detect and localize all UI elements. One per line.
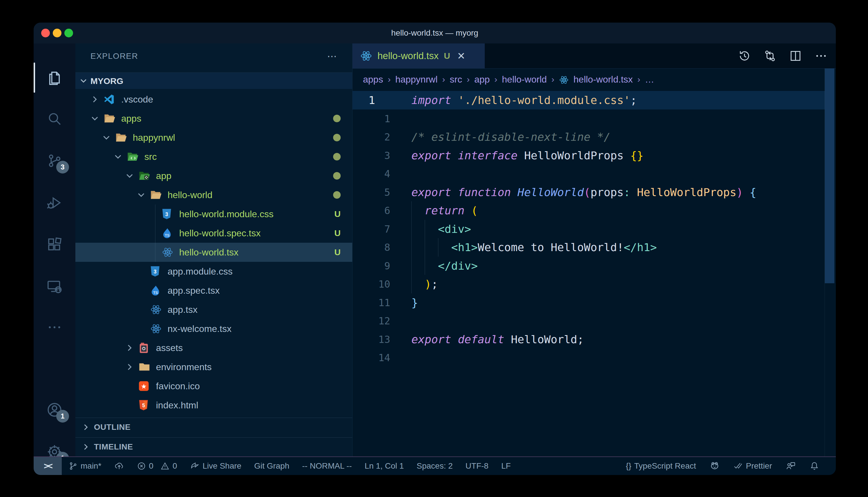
code-line[interactable]: import './hello-world.module.css';	[411, 91, 824, 110]
folder-open-icon	[115, 133, 127, 142]
live-share-status-item[interactable]: Live Share	[190, 461, 242, 471]
code-indent-guide	[425, 220, 425, 275]
line-number-relative: 12	[364, 312, 390, 330]
tree-item-favicon-ico[interactable]: ★favicon.ico	[75, 377, 352, 396]
remote-indicator[interactable]: ><	[33, 457, 62, 475]
tree-item-app-spec-tsx[interactable]: TSapp.spec.tsx	[75, 281, 352, 300]
problems-status-item[interactable]: 0 0	[137, 462, 177, 471]
tab-hello-world-tsx[interactable]: hello-world.tsx U ✕	[353, 43, 485, 68]
breadcrumb-item-apps[interactable]: apps	[363, 74, 383, 85]
timeline-history-icon[interactable]	[738, 49, 751, 62]
code-line[interactable]: export interface HelloWorldProps {}	[411, 146, 824, 165]
tree-item-environments[interactable]: environments	[75, 357, 352, 377]
sync-status-item[interactable]	[114, 461, 124, 471]
feedback-smiley-status-item[interactable]	[709, 461, 720, 471]
code-line[interactable]: export default HelloWorld;	[411, 330, 824, 349]
code-line[interactable]	[411, 349, 824, 367]
tree-chevron	[125, 166, 134, 185]
split-editor-icon[interactable]	[789, 49, 802, 62]
tree-item-app-tsx[interactable]: app.tsx	[75, 300, 352, 319]
chevron-down-icon	[80, 77, 87, 85]
remote-explorer-activity-button[interactable]	[33, 269, 75, 304]
git-graph-status-item[interactable]: Git Graph	[254, 462, 289, 471]
prettier-status-item[interactable]: Prettier	[733, 461, 772, 471]
code-line[interactable]: export function HelloWorld(props: HelloW…	[411, 183, 824, 202]
favicon-icon: ★	[139, 381, 149, 391]
open-changes-icon[interactable]	[763, 49, 777, 62]
workspace-section-header[interactable]: MYORG	[75, 72, 352, 89]
tree-item-hello-world-module-css[interactable]: 3hello-world.module.cssU	[75, 204, 352, 224]
tree-item-happynrwl[interactable]: happynrwl	[75, 128, 352, 147]
line-number-relative: 8	[364, 238, 390, 257]
more-views-button[interactable]	[33, 310, 75, 345]
tree-item-label: favicon.ico	[156, 377, 200, 396]
language-mode-status-item[interactable]: {} TypeScript React	[626, 462, 696, 471]
code-line[interactable]: /* eslint-disable-next-line */	[411, 128, 824, 146]
code-line[interactable]: return (	[411, 201, 824, 220]
tree-item-app-module-css[interactable]: 3app.module.css	[75, 262, 352, 281]
notifications-status-item[interactable]	[809, 461, 819, 471]
chevron-down-icon	[102, 133, 111, 142]
tree-item-hello-world[interactable]: hello-world	[75, 185, 352, 204]
search-icon	[46, 111, 63, 127]
tree-item--vscode[interactable]: .vscode	[75, 90, 352, 109]
explorer-activity-button[interactable]	[33, 60, 75, 95]
code-line[interactable]: }	[411, 294, 824, 312]
react-icon	[559, 75, 569, 85]
tree-item-src[interactable]: src	[75, 147, 352, 166]
vim-mode-status-item[interactable]: -- NORMAL --	[302, 462, 352, 471]
tree-item-assets[interactable]: assets	[75, 338, 352, 357]
assets-folder-icon	[139, 342, 149, 353]
tree-item-nx-welcome-tsx[interactable]: nx-welcome.tsx	[75, 319, 352, 338]
sidebar-header: EXPLORER ⋯	[75, 43, 352, 70]
tree-item-label: environments	[156, 357, 212, 377]
scrollbar-thumb[interactable]	[825, 68, 835, 283]
code-line[interactable]	[411, 110, 824, 128]
breadcrumb-item-src[interactable]: src	[450, 74, 462, 85]
tree-item-label: app.spec.tsx	[168, 281, 220, 300]
outline-section-header[interactable]: OUTLINE	[75, 418, 352, 437]
tree-chevron	[102, 128, 111, 147]
accounts-button[interactable]: 1	[33, 393, 75, 427]
chevron-right-icon	[125, 363, 134, 371]
tree-indent-guide	[155, 204, 155, 262]
cursor-position-status-item[interactable]: Ln 1, Col 1	[365, 462, 404, 471]
run-debug-activity-button[interactable]	[33, 185, 75, 220]
code-line[interactable]: <div>	[411, 220, 824, 238]
code-line[interactable]: );	[411, 275, 824, 294]
breadcrumb-item-hello-world-tsx[interactable]: hello-world.tsx	[574, 74, 633, 85]
code-line[interactable]: </div>	[411, 257, 824, 275]
encoding-status-item[interactable]: UTF-8	[466, 462, 488, 471]
more-actions-icon[interactable]	[814, 49, 828, 62]
code-line[interactable]	[411, 312, 824, 330]
chevron-right-icon	[91, 95, 99, 104]
breadcrumb-item-happynrwl[interactable]: happynrwl	[395, 74, 438, 85]
breadcrumbs: apps›happynrwl›src›app›hello-world›hello…	[363, 68, 655, 90]
eol-status-item[interactable]: LF	[501, 462, 511, 471]
breadcrumb-item--[interactable]: …	[645, 74, 655, 85]
active-indicator	[33, 62, 35, 93]
close-tab-button[interactable]: ✕	[457, 50, 466, 62]
chevron-down-icon	[114, 152, 122, 161]
breadcrumb-item-hello-world[interactable]: hello-world	[502, 74, 547, 85]
code-line[interactable]: <h1>Welcome to HelloWorld!</h1>	[411, 238, 824, 257]
tree-item-hello-world-spec-tsx[interactable]: TShello-world.spec.tsxU	[75, 224, 352, 243]
search-activity-button[interactable]	[33, 101, 75, 136]
timeline-section-header[interactable]: TIMELINE	[75, 437, 352, 457]
source-control-activity-button[interactable]: 3	[33, 143, 75, 178]
tree-item-hello-world-tsx[interactable]: hello-world.tsxU	[75, 243, 352, 262]
git-modified-dot	[333, 147, 341, 166]
extensions-activity-button[interactable]	[33, 227, 75, 262]
indentation-status-item[interactable]: Spaces: 2	[417, 462, 453, 471]
line-number-current: 1	[364, 91, 399, 110]
tree-item-app[interactable]: app	[75, 166, 352, 185]
tree-item-label: nx-welcome.tsx	[168, 319, 232, 338]
tab-label: hello-world.tsx	[377, 51, 439, 61]
tree-item-apps[interactable]: apps	[75, 109, 352, 128]
breadcrumb-item-app[interactable]: app	[474, 74, 490, 85]
branch-status-item[interactable]: main*	[68, 462, 101, 471]
feedback-status-item[interactable]	[785, 461, 796, 471]
sidebar-more-actions-button[interactable]: ⋯	[327, 51, 338, 62]
code-line[interactable]	[411, 165, 824, 183]
tree-item-index-html[interactable]: 5index.html	[75, 396, 352, 415]
